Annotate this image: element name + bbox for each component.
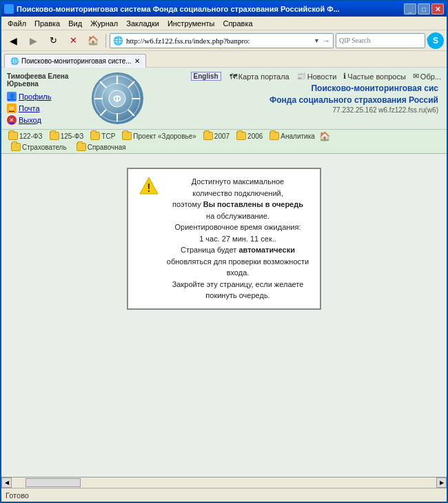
refresh-button[interactable]: ↻ xyxy=(44,32,62,49)
bm-health[interactable]: Проект «Здоровье» xyxy=(119,131,198,141)
address-bar[interactable]: 🌐 ▼ → xyxy=(110,33,334,48)
warning-box: ! Достигнуто максимальное количество под… xyxy=(127,168,321,310)
forward-button[interactable]: ▶ xyxy=(24,32,42,49)
horizontal-scrollbar: ◀ ▶ xyxy=(1,477,447,488)
english-badge[interactable]: English xyxy=(191,72,221,81)
user-panel: Тимофеева Елена Юрьевна 👤 Профиль ✉ Почт… xyxy=(7,72,76,125)
svg-text:!: ! xyxy=(147,182,150,194)
svg-line-10 xyxy=(100,110,106,116)
folder-icon xyxy=(50,132,59,140)
news-icon: 📰 xyxy=(296,72,306,81)
globe-icon: 🌐 xyxy=(113,36,123,46)
go-icon[interactable]: → xyxy=(323,37,330,45)
folder-icon xyxy=(203,132,213,140)
nav-contact[interactable]: ✉ Обр... xyxy=(413,72,441,81)
warning-triangle-icon: ! xyxy=(139,176,159,195)
menu-help[interactable]: Справка xyxy=(219,19,256,28)
menu-view[interactable]: Вид xyxy=(65,19,85,28)
menu-bar: Файл Правка Вид Журнал Закладки Инструме… xyxy=(1,17,447,30)
window-controls: _ □ ✕ xyxy=(404,3,444,14)
nav-map[interactable]: 🗺 Карта портала xyxy=(230,72,289,81)
scroll-thumb[interactable] xyxy=(26,478,81,487)
bm-2007[interactable]: 2007 xyxy=(201,131,232,141)
folder-icon xyxy=(11,143,21,151)
menu-edit[interactable]: Правка xyxy=(31,19,63,28)
bm-reference[interactable]: Справочная xyxy=(74,142,129,152)
tab-main[interactable]: 🌐 Поисково-мониторинговая систе... ✕ xyxy=(4,54,146,68)
minimize-button[interactable]: _ xyxy=(404,3,416,14)
profile-link[interactable]: 👤 Профиль xyxy=(7,92,76,101)
search-input[interactable] xyxy=(339,37,426,44)
toolbar-separator xyxy=(105,34,106,48)
site-subtitle: 77.232.25.162 w6.fz122.fss.ru(w6) xyxy=(333,106,438,114)
svg-text:Ф: Ф xyxy=(113,93,121,104)
site-title-area: Поисково-мониторинговая сис Фонда социал… xyxy=(159,83,441,114)
scroll-track[interactable] xyxy=(12,477,436,489)
maximize-button[interactable]: □ xyxy=(418,3,430,14)
top-nav: English 🗺 Карта портала 📰 Новости ℹ Част… xyxy=(191,72,441,81)
folder-icon xyxy=(8,132,18,140)
scroll-left-button[interactable]: ◀ xyxy=(1,477,12,488)
bm-insurer[interactable]: Страхователь xyxy=(8,142,70,152)
bm-125fz[interactable]: 125-ФЗ xyxy=(47,131,87,141)
tabs-bar: 🌐 Поисково-мониторинговая систе... ✕ xyxy=(1,51,447,68)
folder-icon xyxy=(77,143,86,151)
svg-line-8 xyxy=(128,110,134,116)
folder-icon xyxy=(269,132,279,140)
site-title: Поисково-мониторинговая сис Фонда социал… xyxy=(269,83,438,106)
logo-area: Ф xyxy=(83,71,152,126)
svg-line-9 xyxy=(128,81,134,88)
bookmarks-bar: 122-ФЗ 125-ФЗ TCP Проект «Здоровье» 2007… xyxy=(1,130,447,154)
bm-122fz[interactable]: 122-ФЗ xyxy=(6,131,45,141)
svg-line-7 xyxy=(100,81,106,88)
site-header: Тимофеева Елена Юрьевна 👤 Профиль ✉ Почт… xyxy=(1,68,447,130)
search-box[interactable]: 🔍 xyxy=(336,33,425,48)
toolbar: ◀ ▶ ↻ ✕ 🏠 🌐 ▼ → 🔍 S xyxy=(1,30,447,51)
back-button[interactable]: ◀ xyxy=(4,32,22,49)
skype-icon[interactable]: S xyxy=(427,32,444,49)
stop-button[interactable]: ✕ xyxy=(64,32,82,49)
bm-tcp[interactable]: TCP xyxy=(88,131,118,141)
browser-window: 🌐 Поисково-мониторинговая система Фонда … xyxy=(0,0,448,503)
faq-icon: ℹ xyxy=(343,72,346,81)
status-bar: Готово xyxy=(1,488,447,502)
home-button[interactable]: 🏠 xyxy=(84,32,102,49)
logout-icon: ✕ xyxy=(7,115,17,125)
logout-link[interactable]: ✕ Выход xyxy=(7,115,76,125)
profile-icon: 👤 xyxy=(7,92,17,101)
folder-icon xyxy=(236,132,246,140)
folder-icon xyxy=(90,132,100,140)
browser-icon: 🌐 xyxy=(4,4,14,14)
contact-icon: ✉ xyxy=(413,72,419,81)
folder-icon xyxy=(122,132,132,140)
scroll-right-button[interactable]: ▶ xyxy=(436,477,447,488)
nav-faq[interactable]: ℹ Частые вопросы xyxy=(343,72,406,81)
tab-close-button[interactable]: ✕ xyxy=(134,57,140,65)
tab-label: Поисково-мониторинговая систе... xyxy=(21,57,132,65)
menu-file[interactable]: Файл xyxy=(4,19,30,28)
warning-icon-area: ! xyxy=(139,176,159,195)
tab-icon: 🌐 xyxy=(10,57,19,65)
bm-2006[interactable]: 2006 xyxy=(234,131,265,141)
nav-news[interactable]: 📰 Новости xyxy=(296,72,337,81)
mail-icon: ✉ xyxy=(7,103,17,113)
map-icon: 🗺 xyxy=(230,72,237,81)
logo-circle: Ф xyxy=(92,72,143,124)
address-dropdown-icon[interactable]: ▼ xyxy=(314,37,320,44)
close-button[interactable]: ✕ xyxy=(431,3,444,14)
bm-analytics[interactable]: Аналитика xyxy=(267,131,318,141)
page-content: Тимофеева Елена Юрьевна 👤 Профиль ✉ Почт… xyxy=(1,68,447,488)
home-button-bm[interactable]: 🏠 xyxy=(319,131,330,141)
status-text: Готово xyxy=(6,491,29,500)
menu-journal[interactable]: Журнал xyxy=(87,19,121,28)
mail-link[interactable]: ✉ Почта xyxy=(7,103,76,113)
menu-tools[interactable]: Инструменты xyxy=(164,19,218,28)
main-content: ! Достигнуто максимальное количество под… xyxy=(1,154,447,477)
window-title: Поисково-мониторинговая система Фонда со… xyxy=(17,5,340,13)
warning-text: Достигнуто максимальное количество подкл… xyxy=(167,176,309,302)
title-bar: 🌐 Поисково-мониторинговая система Фонда … xyxy=(1,1,447,17)
user-name: Тимофеева Елена Юрьевна xyxy=(7,72,76,88)
address-input[interactable] xyxy=(126,37,311,45)
menu-bookmarks[interactable]: Закладки xyxy=(123,19,163,28)
